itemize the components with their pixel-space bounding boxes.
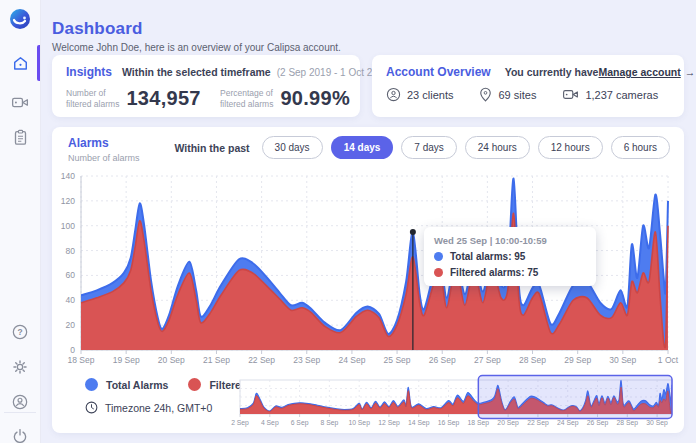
home-icon — [12, 55, 29, 72]
clients-stat: 23 clients — [386, 87, 453, 102]
total-alarms-dot-icon — [85, 378, 98, 391]
cameras-icon — [562, 88, 579, 101]
clipboard-icon — [13, 129, 28, 146]
account-subtitle: You currently have — [505, 66, 599, 78]
svg-text:4 Sep: 4 Sep — [261, 419, 279, 427]
sidebar-item-account[interactable] — [0, 386, 40, 418]
svg-text:12 Sep: 12 Sep — [378, 419, 400, 427]
svg-text:24 Sep: 24 Sep — [338, 355, 365, 365]
power-icon — [12, 428, 28, 443]
total-alarms-dot-icon — [434, 252, 443, 261]
arrow-right-icon: → — [685, 66, 696, 78]
gear-icon — [12, 359, 28, 375]
sidebar-item-reports[interactable] — [0, 121, 40, 153]
chart-overview-navigator[interactable]: 2 Sep4 Sep6 Sep8 Sep10 Sep12 Sep14 Sep16… — [232, 373, 684, 431]
sidebar: ? — [0, 0, 41, 443]
video-camera-icon — [11, 95, 29, 110]
clients-icon — [386, 87, 401, 102]
svg-text:10 Sep: 10 Sep — [348, 419, 370, 427]
filter-30-days[interactable]: 30 days — [262, 136, 323, 159]
y-axis-label: Number of alarms — [68, 153, 140, 163]
svg-text:40: 40 — [66, 295, 76, 305]
svg-text:18 Sep: 18 Sep — [68, 355, 95, 365]
stat-filtered-alarms-percent: Percentage offiltered alarms 90.99% — [220, 87, 350, 110]
user-icon — [12, 394, 28, 410]
svg-text:120: 120 — [61, 196, 75, 206]
filter-group-label: Within the past — [174, 142, 249, 154]
svg-text:?: ? — [17, 327, 22, 337]
svg-text:0: 0 — [70, 345, 75, 355]
app-root: ? Dashboard Welco — [0, 0, 696, 443]
legend-total-alarms[interactable]: Total Alarms — [85, 378, 168, 391]
stat-filtered-alarms-count: Number offiltered alarms 134,957 — [66, 87, 201, 110]
clock-icon — [85, 401, 98, 414]
sidebar-item-help[interactable]: ? — [0, 316, 40, 348]
svg-text:1 Oct: 1 Oct — [658, 355, 679, 365]
svg-text:21 Sep: 21 Sep — [203, 355, 230, 365]
svg-text:100: 100 — [61, 221, 75, 231]
svg-text:22 Sep: 22 Sep — [248, 355, 275, 365]
navigator-brush[interactable] — [478, 376, 672, 419]
filter-6-hours[interactable]: 6 hours — [611, 136, 670, 159]
svg-text:140: 140 — [61, 171, 75, 181]
insights-title: Insights — [66, 65, 112, 79]
svg-text:26 Sep: 26 Sep — [429, 355, 456, 365]
sidebar-divider — [4, 412, 36, 413]
chart-tooltip: Wed 25 Sep | 10:00-10:59 Total alarms: 9… — [424, 227, 596, 286]
sites-stat: 69 sites — [479, 87, 536, 102]
svg-text:60: 60 — [66, 270, 76, 280]
filtered-alarms-dot-icon — [434, 268, 443, 277]
sidebar-item-logout[interactable] — [0, 420, 40, 443]
svg-text:23 Sep: 23 Sep — [293, 355, 320, 365]
sidebar-item-settings[interactable] — [0, 351, 40, 383]
svg-text:2 Sep: 2 Sep — [231, 419, 249, 427]
timezone-note: Timezone 24h, GMT+0 — [85, 401, 212, 414]
page-title: Dashboard — [52, 19, 143, 39]
filter-14-days[interactable]: 14 days — [331, 136, 394, 159]
filter-12-hours[interactable]: 12 hours — [538, 136, 603, 159]
svg-text:16 Sep: 16 Sep — [438, 419, 460, 427]
help-icon: ? — [12, 324, 28, 340]
manage-account-link[interactable]: Manage account→ — [598, 66, 695, 78]
svg-text:20 Sep: 20 Sep — [497, 419, 519, 427]
stat-value: 134,957 — [126, 87, 200, 110]
svg-text:29 Sep: 29 Sep — [564, 355, 591, 365]
account-overview-card: Account Overview You currently have Mana… — [372, 55, 684, 117]
svg-text:8 Sep: 8 Sep — [320, 419, 338, 427]
sites-icon — [479, 87, 492, 102]
svg-text:20 Sep: 20 Sep — [158, 355, 185, 365]
svg-text:18 Sep: 18 Sep — [468, 419, 490, 427]
svg-text:24 Sep: 24 Sep — [557, 419, 579, 427]
svg-text:20: 20 — [66, 320, 76, 330]
svg-text:80: 80 — [66, 246, 76, 256]
svg-text:22 Sep: 22 Sep — [527, 419, 549, 427]
svg-text:28 Sep: 28 Sep — [519, 355, 546, 365]
svg-text:27 Sep: 27 Sep — [474, 355, 501, 365]
timeframe-label: Within the selected timeframe — [122, 66, 271, 78]
tooltip-date: Wed 25 Sep | 10:00-10:59 — [434, 235, 586, 246]
svg-text:26 Sep: 26 Sep — [587, 419, 609, 427]
svg-text:30 Sep: 30 Sep — [609, 355, 636, 365]
sidebar-item-home[interactable] — [0, 47, 40, 79]
alarms-card: Alarms Number of alarms Within the past … — [52, 127, 684, 433]
filtered-alarms-dot-icon — [188, 378, 201, 391]
filter-7-days[interactable]: 7 days — [401, 136, 456, 159]
page-subtitle: Welcome John Doe, here is an overview of… — [52, 42, 341, 53]
account-overview-title: Account Overview — [386, 65, 491, 79]
calipsa-logo[interactable] — [9, 8, 31, 30]
insights-card: Insights Within the selected timeframe (… — [52, 55, 360, 117]
active-route-indicator — [37, 45, 40, 81]
stat-label: Number offiltered alarms — [66, 88, 119, 108]
svg-text:28 Sep: 28 Sep — [617, 419, 639, 427]
tooltip-total-row: Total alarms: 95 — [434, 251, 586, 262]
filter-24-hours[interactable]: 24 hours — [465, 136, 530, 159]
calipsa-logo-icon — [9, 8, 31, 30]
stat-value: 90.99% — [280, 87, 350, 110]
svg-text:19 Sep: 19 Sep — [113, 355, 140, 365]
timeframe-filter-group: Within the past 30 days14 days7 days24 h… — [174, 136, 670, 159]
svg-text:6 Sep: 6 Sep — [291, 419, 309, 427]
cameras-stat: 1,237 cameras — [562, 88, 658, 101]
svg-text:30 Sep: 30 Sep — [646, 419, 668, 427]
svg-text:14 Sep: 14 Sep — [408, 419, 430, 427]
sidebar-item-cameras[interactable] — [0, 86, 40, 118]
